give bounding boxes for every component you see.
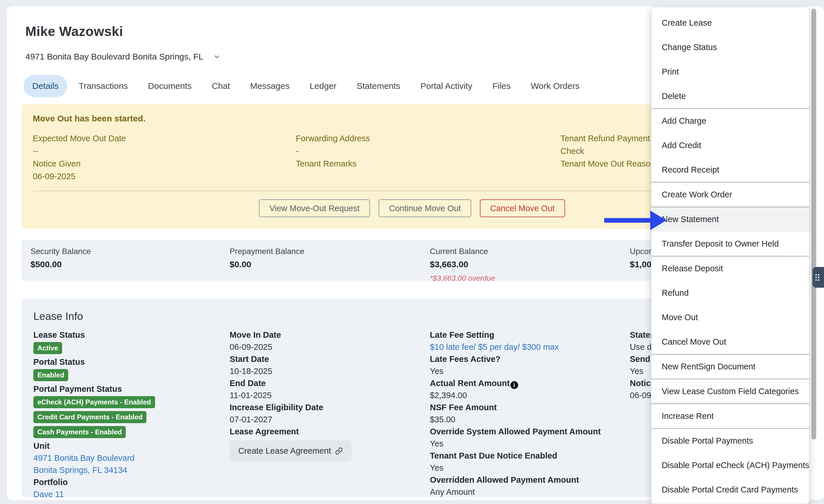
link-icon: [335, 447, 343, 455]
menu-item-create-work-order[interactable]: Create Work Order: [651, 182, 809, 207]
end-date-label: End Date: [230, 377, 419, 389]
overridden-allowed-payment-label: Overridden Allowed Payment Amount: [430, 474, 620, 486]
address-text: 4971 Bonita Bay Boulevard Bonita Springs…: [25, 52, 203, 62]
move-in-date-value: 06-09-2025: [230, 341, 419, 353]
prepayment-balance: Prepayment Balance $0.00: [230, 247, 304, 269]
address-selector[interactable]: 4971 Bonita Bay Boulevard Bonita Springs…: [25, 52, 220, 62]
unit-label: Unit: [33, 440, 223, 452]
prepayment-balance-label: Prepayment Balance: [230, 247, 304, 256]
late-fee-setting-link[interactable]: $10 late fee/ $5 per day/ $300 max: [430, 341, 620, 353]
menu-item-record-receipt[interactable]: Record Receipt: [651, 158, 809, 182]
menu-group-portal: Disable Portal Payments Disable Portal e…: [651, 429, 809, 502]
echeck-payments-badge: eCheck (ACH) Payments - Enabled: [33, 396, 155, 408]
tab-portal-activity[interactable]: Portal Activity: [412, 75, 481, 97]
menu-item-release-deposit[interactable]: Release Deposit: [651, 256, 809, 281]
menu-item-delete[interactable]: Delete: [651, 84, 809, 108]
security-balance: Security Balance $500.00: [30, 247, 91, 269]
credit-card-payments-badge: Credit Card Payments - Enabled: [33, 411, 146, 423]
menu-item-new-rentsign-document[interactable]: New RentSign Document: [651, 355, 809, 379]
tab-messages[interactable]: Messages: [241, 75, 298, 97]
alert-column-2: Forwarding Address - Tenant Remarks: [296, 132, 532, 170]
menu-item-add-credit[interactable]: Add Credit: [651, 133, 809, 158]
late-fees-active-value: Yes: [430, 365, 620, 377]
lease-col-fees: Late Fee Setting $10 late fee/ $5 per da…: [430, 329, 620, 497]
lease-col-status: Lease Status Active Portal Status Enable…: [33, 329, 223, 497]
prepayment-balance-value: $0.00: [230, 260, 304, 269]
menu-group-increase-rent: Increase Rent: [651, 404, 809, 429]
info-icon[interactable]: [510, 381, 518, 389]
menu-item-disable-portal-payments[interactable]: Disable Portal Payments: [651, 429, 809, 453]
menu-item-view-lease-custom-field-categories[interactable]: View Lease Custom Field Categories: [651, 379, 809, 404]
menu-item-disable-portal-echeck-payments[interactable]: Disable Portal eCheck (ACH) Payments: [651, 453, 809, 478]
tab-documents[interactable]: Documents: [139, 75, 200, 97]
security-balance-value: $500.00: [30, 260, 91, 269]
start-date-label: Start Date: [230, 353, 419, 365]
menu-item-move-out[interactable]: Move Out: [651, 305, 809, 330]
unit-link-line2[interactable]: Bonita Springs, FL 34134: [33, 464, 223, 476]
menu-item-new-statement[interactable]: New Statement: [651, 207, 809, 231]
tab-details[interactable]: Details: [24, 75, 67, 97]
unit-link-line1[interactable]: 4971 Bonita Bay Boulevard: [33, 452, 223, 464]
override-system-allowed-value: Yes: [430, 437, 620, 449]
increase-eligibility-date-label: Increase Eligibility Date: [230, 401, 419, 413]
menu-item-print[interactable]: Print: [651, 60, 809, 84]
lease-col-dates: Move In Date 06-09-2025 Start Date 10-18…: [230, 329, 419, 462]
menu-item-disable-portal-credit-card-payments[interactable]: Disable Portal Credit Card Payments: [651, 478, 809, 502]
tab-chat[interactable]: Chat: [203, 75, 238, 97]
widget-drag-handle[interactable]: [813, 267, 824, 288]
menu-item-create-lease[interactable]: Create Lease: [651, 11, 809, 35]
tab-work-orders[interactable]: Work Orders: [522, 75, 588, 97]
tenant-remarks-label: Tenant Remarks: [296, 158, 532, 170]
tab-statements[interactable]: Statements: [348, 75, 409, 97]
menu-group-deposit-moveout: Release Deposit Refund Move Out Cancel M…: [651, 256, 809, 355]
move-in-date-label: Move In Date: [230, 329, 419, 341]
menu-item-refund[interactable]: Refund: [651, 281, 809, 305]
create-lease-agreement-label: Create Lease Agreement: [238, 446, 331, 456]
notice-given-value: 06-09-2025: [33, 170, 269, 183]
lease-status-badge: Active: [33, 342, 62, 354]
page-scrollbar[interactable]: [811, 9, 816, 439]
portal-status-badge: Enabled: [33, 369, 68, 381]
alert-column-1: Expected Move Out Date -- Notice Given 0…: [33, 132, 269, 183]
cancel-move-out-button[interactable]: Cancel Move Out: [480, 199, 565, 217]
create-lease-agreement-button[interactable]: Create Lease Agreement: [230, 440, 351, 462]
portfolio-label: Portfolio: [33, 476, 223, 488]
current-balance: Current Balance $3,663.00 *$3,663.00 ove…: [430, 247, 495, 283]
lease-agreement-label: Lease Agreement: [230, 425, 419, 437]
start-date-value: 10-18-2025: [230, 365, 419, 377]
view-move-out-request-button[interactable]: View Move-Out Request: [259, 199, 370, 217]
portal-status-label: Portal Status: [33, 356, 223, 368]
actual-rent-amount-label: Actual Rent Amount: [430, 377, 620, 389]
chevron-down-icon: [214, 54, 220, 60]
tenant-past-due-notice-label: Tenant Past Due Notice Enabled: [430, 449, 620, 462]
menu-group-custom-fields: View Lease Custom Field Categories: [651, 379, 809, 404]
end-date-value: 11-01-2025: [230, 389, 419, 401]
tenant-past-due-notice-value: Yes: [430, 462, 620, 474]
cash-payments-badge: Cash Payments - Enabled: [33, 426, 126, 438]
menu-group-lease: Create Lease Change Status Print Delete: [651, 11, 809, 109]
tab-transactions[interactable]: Transactions: [70, 75, 137, 97]
notice-given-label: Notice Given: [33, 158, 269, 170]
menu-item-cancel-move-out[interactable]: Cancel Move Out: [651, 330, 809, 354]
security-balance-label: Security Balance: [30, 247, 91, 256]
expected-move-out-date-value: --: [33, 145, 269, 158]
overridden-allowed-payment-value: Any Amount: [430, 486, 620, 497]
expected-move-out-date-label: Expected Move Out Date: [33, 132, 269, 145]
menu-group-work-order: Create Work Order: [651, 182, 809, 207]
portfolio-link[interactable]: Dave 11: [33, 488, 223, 497]
actions-dropdown-menu: Create Lease Change Status Print Delete …: [651, 7, 809, 504]
tab-files[interactable]: Files: [484, 75, 519, 97]
lease-status-label: Lease Status: [33, 329, 223, 341]
menu-item-add-charge[interactable]: Add Charge: [651, 109, 809, 133]
late-fees-active-label: Late Fees Active?: [430, 353, 620, 365]
drag-dots-icon: [815, 274, 819, 281]
menu-item-increase-rent[interactable]: Increase Rent: [651, 404, 809, 428]
menu-item-change-status[interactable]: Change Status: [651, 35, 809, 60]
continue-move-out-button[interactable]: Continue Move Out: [379, 199, 471, 217]
tab-ledger[interactable]: Ledger: [301, 75, 345, 97]
late-fee-setting-label: Late Fee Setting: [430, 329, 620, 341]
tab-bar: Details Transactions Documents Chat Mess…: [24, 75, 588, 97]
nsf-fee-amount-value: $35.00: [430, 413, 620, 425]
menu-item-transfer-deposit-to-owner-held[interactable]: Transfer Deposit to Owner Held: [651, 231, 809, 256]
menu-group-charges: Add Charge Add Credit Record Receipt: [651, 109, 809, 182]
